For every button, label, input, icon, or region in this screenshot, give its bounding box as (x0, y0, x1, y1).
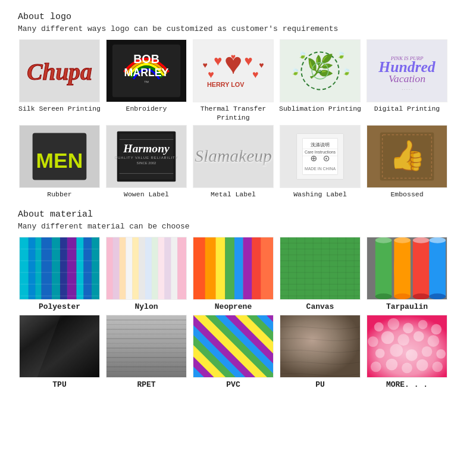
page: About logo Many different ways logo can … (0, 0, 476, 405)
svg-text:Slamakeup: Slamakeup (195, 146, 272, 165)
svg-point-174 (371, 361, 381, 372)
logo-img-bob: BOB MARLEY ™ (106, 39, 187, 102)
svg-text:· · · · ·: · · · · · (402, 87, 412, 92)
svg-text:🍃: 🍃 (342, 67, 351, 76)
svg-rect-66 (83, 237, 92, 299)
material-item-tpu: TPU (18, 315, 101, 390)
svg-text:BOB: BOB (133, 52, 159, 65)
logo-img-woven: Harmony QUALITY VALUE RELIABILITY SINCE … (106, 125, 187, 188)
logo-item-rubber: MEN Rubber (18, 125, 101, 200)
metal-svg: Slamakeup (193, 125, 273, 188)
svg-rect-75 (113, 237, 120, 299)
logo-label-sublimation: Sublimation Printing (279, 105, 361, 114)
svg-text:洗涤说明: 洗涤说明 (311, 142, 330, 148)
svg-rect-78 (132, 237, 139, 299)
material-img-rpet (106, 315, 187, 378)
logo-img-chupa: Chupa (19, 39, 100, 102)
tpu-svg (20, 315, 99, 378)
logo-label-digital: Digital Printing (374, 105, 440, 114)
bob-svg: BOB MARLEY ™ (107, 39, 186, 102)
svg-rect-64 (67, 237, 77, 299)
logo-img-metal: Slamakeup (193, 125, 274, 188)
logo-img-rubber: MEN (19, 125, 100, 188)
about-logo-sub: Many different ways logo can be customiz… (18, 24, 458, 33)
svg-text:♥: ♥ (231, 53, 236, 62)
svg-point-124 (394, 293, 411, 299)
logo-row-2: MEN Rubber Harmony QUALITY VALUE RELIABI… (18, 125, 458, 200)
logo-item-sublimation: 🌿 🍃 🍃 🍃 🍃 ✿ Sublimation Printing (278, 39, 362, 123)
canvas-svg (280, 237, 360, 300)
svg-text:👍: 👍 (389, 138, 426, 174)
svg-text:🍃: 🍃 (337, 51, 346, 60)
material-img-nylon (106, 237, 187, 300)
material-label-nylon: Nylon (134, 302, 158, 312)
svg-text:QUALITY VALUE RELIABILITY: QUALITY VALUE RELIABILITY (114, 156, 178, 159)
svg-rect-76 (120, 237, 126, 299)
material-item-polyester: Polyester (18, 237, 101, 312)
pu-svg (280, 315, 360, 378)
svg-point-168 (427, 335, 439, 347)
svg-point-159 (374, 322, 384, 331)
svg-point-175 (386, 358, 398, 370)
svg-text:✿: ✿ (318, 68, 322, 75)
sublim-svg: 🌿 🍃 🍃 🍃 🍃 ✿ (280, 39, 360, 102)
svg-text:MADE IN CHINA: MADE IN CHINA (305, 167, 336, 171)
svg-text:Vacation: Vacation (389, 73, 425, 84)
svg-text:♥: ♥ (259, 61, 264, 70)
svg-rect-81 (152, 237, 158, 299)
about-material-sub: Many different material can be choose (18, 222, 458, 231)
svg-rect-63 (60, 237, 67, 299)
svg-rect-94 (261, 237, 273, 299)
svg-rect-77 (126, 237, 133, 299)
logo-item-embroidery: BOB MARLEY ™ Enbroidery (105, 39, 188, 123)
svg-point-178 (432, 361, 443, 372)
svg-rect-89 (215, 237, 225, 299)
cherry-svg: ♥ ♥ ♥ ♥ ♥ ♥ ♥ ♥ HERRY LOV (193, 39, 273, 102)
svg-point-131 (429, 237, 446, 243)
svg-rect-122 (394, 240, 411, 297)
logo-label-embroidery: Enbroidery (126, 105, 167, 114)
svg-rect-154 (193, 315, 273, 377)
svg-rect-82 (158, 237, 165, 299)
svg-rect-67 (92, 237, 99, 299)
neoprene-svg (193, 237, 273, 300)
material-item-canvas: Canvas (278, 237, 362, 312)
svg-text:♥: ♥ (245, 54, 253, 70)
material-item-tarpaulin: Tarpaulin (365, 237, 449, 312)
svg-point-176 (402, 362, 412, 373)
about-material-title: About material (18, 209, 458, 220)
logo-label-rubber: Rubber (47, 190, 71, 200)
rubber-svg: MEN (20, 125, 99, 188)
svg-rect-90 (225, 237, 234, 299)
material-label-tarpaulin: Tarpaulin (386, 302, 428, 312)
svg-rect-84 (171, 237, 177, 299)
svg-point-132 (429, 293, 446, 299)
svg-rect-156 (280, 315, 360, 377)
svg-point-119 (375, 237, 392, 243)
svg-rect-79 (139, 237, 145, 299)
svg-rect-85 (177, 237, 186, 299)
svg-text:🍃: 🍃 (291, 67, 300, 76)
material-label-tpu: TPU (52, 380, 66, 390)
woven-svg: Harmony QUALITY VALUE RELIABILITY SINCE … (107, 125, 186, 188)
nylon-svg (107, 237, 186, 300)
material-label-polyester: Polyester (39, 302, 80, 312)
embossed-svg: 👍 (367, 125, 447, 188)
svg-text:♥: ♥ (208, 69, 214, 81)
svg-text:™: ™ (144, 80, 149, 86)
about-logo-title: About logo (18, 12, 458, 22)
svg-point-128 (413, 293, 430, 299)
svg-text:Chupa: Chupa (27, 59, 92, 85)
material-item-nylon: Nylon (105, 237, 188, 312)
svg-point-163 (431, 324, 441, 334)
svg-text:♥: ♥ (203, 61, 208, 70)
material-label-pvc: PVC (226, 380, 240, 390)
logo-item-silkscreen: Chupa Silk Sereen Printing (18, 39, 101, 123)
svg-text:⊕ ⊙: ⊕ ⊙ (311, 153, 330, 165)
svg-rect-87 (193, 237, 205, 299)
material-label-rpet: RPET (137, 380, 155, 390)
material-label-pu: PU (315, 380, 325, 390)
svg-rect-88 (205, 237, 216, 299)
svg-text:MEN: MEN (36, 149, 83, 173)
rpet-svg (107, 315, 186, 378)
